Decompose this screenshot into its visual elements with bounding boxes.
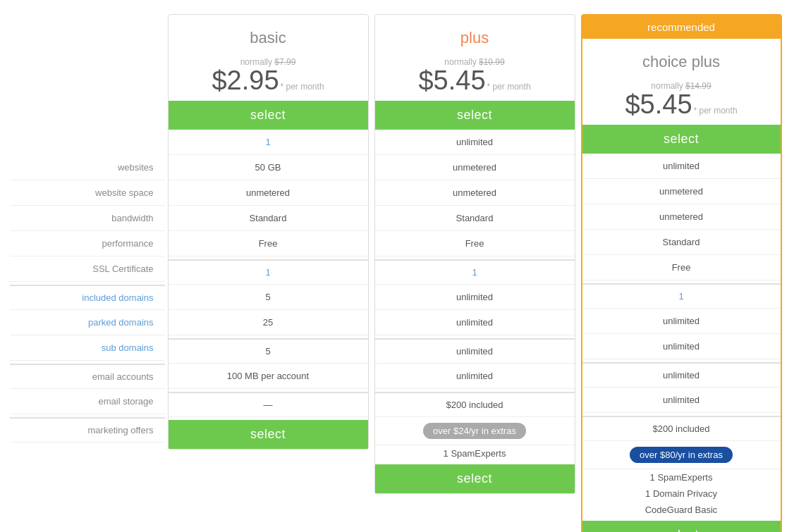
basic-rows: 1 50 GB unmetered Standard Free 1 5 25 5… (169, 130, 368, 417)
plus-extras: over $24/yr in extras (375, 417, 575, 445)
label-parked-domains: parked domains (10, 310, 165, 335)
label-email-accounts: email accounts (10, 364, 165, 389)
plus-ssl: Free (375, 231, 575, 256)
plus-per-month: * per month (487, 82, 531, 93)
basic-marketing-offers: — (169, 392, 368, 417)
label-marketing-offers: marketing offers (10, 417, 165, 443)
choice-plus-performance: Standard (582, 230, 781, 255)
basic-title: basic (176, 22, 361, 51)
choice-plus-marketing-offers: $200 included (582, 416, 781, 441)
choice-plus-sub-domains: unlimited (582, 334, 781, 359)
label-sub-domains: sub domains (10, 335, 165, 361)
choice-plus-price-area: normally $14.99 $5.45 * per month (590, 75, 774, 125)
recommended-badge: recommended (582, 16, 781, 39)
choice-plus-spam-experts: 1 SpamExperts (582, 469, 781, 485)
plus-websites: unlimited (375, 130, 575, 155)
plan-basic: basic normally $7.99 $2.95 * per month s… (168, 14, 369, 450)
plus-spam-experts: 1 SpamExperts (375, 445, 575, 462)
choice-plus-email-accounts: unlimited (582, 362, 781, 388)
plus-header: plus normally $10.99 $5.45 * per month (375, 15, 575, 101)
label-website-space: website space (10, 180, 165, 206)
choice-plus-extras: over $80/yr in extras (582, 441, 781, 469)
basic-ssl: Free (169, 231, 368, 256)
basic-header: basic normally $7.99 $2.95 * per month (169, 15, 368, 101)
pricing-container: websites website space bandwidth perform… (9, 14, 785, 532)
choice-plus-ssl: Free (582, 255, 781, 280)
label-websites: websites (10, 155, 165, 180)
choice-plus-select-bottom[interactable]: select (582, 521, 781, 532)
choice-plus-header: choice plus normally $14.99 $5.45 * per … (582, 39, 781, 125)
choice-plus-included-domains: 1 (582, 283, 781, 309)
plus-performance: Standard (375, 206, 575, 231)
plus-website-space: unmetered (375, 155, 575, 180)
plan-plus: plus normally $10.99 $5.45 * per month s… (374, 14, 575, 494)
choice-plus-website-space: unmetered (582, 179, 781, 204)
choice-plus-domain-privacy: 1 Domain Privacy (582, 485, 781, 502)
label-email-storage: email storage (10, 389, 165, 414)
plus-email-accounts: unlimited (375, 338, 575, 364)
basic-price: $2.95 (212, 67, 279, 94)
basic-select-bottom[interactable]: select (169, 420, 368, 449)
basic-performance: Standard (169, 206, 368, 231)
basic-sub-domains: 25 (169, 310, 368, 335)
basic-bandwidth: unmetered (169, 180, 368, 206)
plus-included-domains: 1 (375, 259, 575, 285)
plus-select-bottom[interactable]: select (375, 464, 575, 493)
choice-plus-extras-badge: over $80/yr in extras (630, 447, 733, 463)
label-ssl: SSL Certificate (10, 256, 165, 282)
plus-sub-domains: unlimited (375, 310, 575, 335)
choice-plus-parked-domains: unlimited (582, 309, 781, 334)
label-included-domains: included domains (10, 285, 165, 310)
choice-plus-rows: unlimited unmetered unmetered Standard F… (582, 154, 781, 441)
choice-plus-websites: unlimited (582, 154, 781, 179)
basic-select-top[interactable]: select (169, 101, 368, 130)
plus-extras-badge: over $24/yr in extras (423, 423, 526, 439)
plus-price-area: normally $10.99 $5.45 * per month (382, 51, 568, 101)
plus-price: $5.45 (418, 67, 485, 94)
choice-plus-email-storage: unlimited (582, 388, 781, 413)
basic-websites: 1 (169, 130, 368, 155)
choice-plus-bandwidth: unmetered (582, 204, 781, 230)
basic-included-domains: 1 (169, 259, 368, 285)
basic-email-storage: 100 MB per account (169, 364, 368, 389)
basic-parked-domains: 5 (169, 285, 368, 310)
plus-select-top[interactable]: select (375, 101, 575, 130)
plus-rows: unlimited unmetered unmetered Standard F… (375, 130, 575, 417)
label-column: websites website space bandwidth perform… (10, 14, 165, 443)
basic-email-accounts: 5 (169, 338, 368, 364)
choice-plus-title: choice plus (590, 46, 774, 75)
plus-email-storage: unlimited (375, 364, 575, 389)
basic-price-area: normally $7.99 $2.95 * per month (176, 51, 361, 101)
plan-choice-plus: recommended choice plus normally $14.99 … (581, 14, 782, 532)
choice-plus-codeguard: CodeGuard Basic (582, 502, 781, 518)
plus-parked-domains: unlimited (375, 285, 575, 310)
basic-website-space: 50 GB (169, 155, 368, 180)
plus-bandwidth: unmetered (375, 180, 575, 206)
choice-plus-price: $5.45 (625, 91, 692, 118)
label-performance: performance (10, 231, 165, 256)
choice-plus-select-top[interactable]: select (582, 125, 781, 154)
label-bandwidth: bandwidth (10, 206, 165, 231)
choice-plus-per-month: * per month (694, 106, 738, 117)
basic-per-month: * per month (281, 82, 324, 93)
plus-marketing-offers: $200 included (375, 392, 575, 417)
plus-title: plus (382, 22, 568, 51)
